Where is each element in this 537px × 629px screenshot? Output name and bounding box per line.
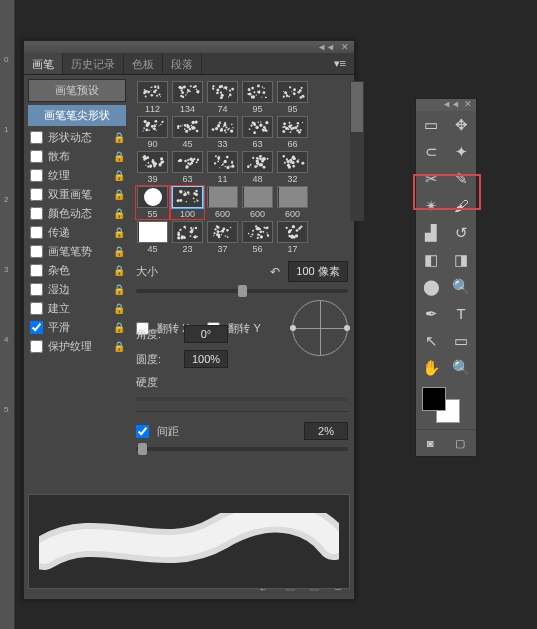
brush-option-2[interactable]: 纹理🔒 — [28, 166, 126, 185]
brush-option-3[interactable]: 双重画笔🔒 — [28, 185, 126, 204]
brush-thumb[interactable]: 48 — [241, 151, 274, 184]
brush-thumb[interactable]: 66 — [276, 116, 309, 149]
thumbs-scrollbar[interactable] — [350, 81, 364, 221]
eraser-tool-icon[interactable]: ◧ — [416, 246, 446, 273]
blur-tool-icon[interactable]: ⬤ — [416, 273, 446, 300]
option-checkbox[interactable] — [30, 226, 43, 239]
tab-history[interactable]: 历史记录 — [63, 53, 124, 74]
panel-menu-icon[interactable]: ▾≡ — [326, 53, 354, 74]
move-tool-icon[interactable]: ✥ — [446, 111, 476, 138]
brush-thumb[interactable]: 56 — [241, 221, 274, 254]
brush-option-5[interactable]: 传递🔒 — [28, 223, 126, 242]
dodge-tool-icon[interactable]: 🔍 — [446, 273, 476, 300]
brush-option-9[interactable]: 建立🔒 — [28, 299, 126, 318]
brush-thumb[interactable]: 33 — [206, 116, 239, 149]
lock-icon[interactable]: 🔒 — [113, 341, 125, 352]
brush-thumb[interactable]: 17 — [276, 221, 309, 254]
option-checkbox[interactable] — [30, 340, 43, 353]
brush-thumb[interactable]: 600 — [206, 186, 239, 219]
foreground-color[interactable] — [422, 387, 446, 411]
option-checkbox[interactable] — [30, 283, 43, 296]
brush-thumb[interactable]: 600 — [241, 186, 274, 219]
reset-size-icon[interactable]: ↶ — [270, 265, 280, 279]
roundness-input[interactable]: 100% — [184, 350, 228, 368]
brush-thumb[interactable]: 45 — [171, 116, 204, 149]
type-tool-icon[interactable]: T — [446, 300, 476, 327]
brush-thumb[interactable]: 45 — [136, 221, 169, 254]
brush-thumb[interactable]: 11 — [206, 151, 239, 184]
angle-widget[interactable] — [292, 300, 348, 356]
lock-icon[interactable]: 🔒 — [113, 265, 125, 276]
option-checkbox[interactable] — [30, 150, 43, 163]
lock-icon[interactable]: 🔒 — [113, 189, 125, 200]
shape-tool-icon[interactable]: ▭ — [446, 327, 476, 354]
option-checkbox[interactable] — [30, 321, 43, 334]
lock-icon[interactable]: 🔒 — [113, 208, 125, 219]
option-checkbox[interactable] — [30, 169, 43, 182]
tab-brush[interactable]: 画笔 — [24, 53, 63, 74]
brush-option-7[interactable]: 杂色🔒 — [28, 261, 126, 280]
brush-thumb[interactable]: 95 — [241, 81, 274, 114]
hand-tool-icon[interactable]: ✋ — [416, 354, 446, 381]
spacing-slider[interactable] — [136, 447, 348, 451]
brush-thumb[interactable]: 63 — [171, 151, 204, 184]
brush-thumb[interactable]: 63 — [241, 116, 274, 149]
tab-paragraph[interactable]: 段落 — [163, 53, 202, 74]
brush-thumb[interactable]: 39 — [136, 151, 169, 184]
path-select-tool-icon[interactable]: ↖ — [416, 327, 446, 354]
lock-icon[interactable]: 🔒 — [113, 132, 125, 143]
color-swatches[interactable] — [420, 385, 472, 425]
lasso-tool-icon[interactable]: ⊂ — [416, 138, 446, 165]
brush-option-1[interactable]: 散布🔒 — [28, 147, 126, 166]
brush-thumb[interactable]: 55 — [136, 186, 169, 219]
tools-close-icon[interactable]: ✕ — [464, 99, 472, 111]
brush-option-10[interactable]: 平滑🔒 — [28, 318, 126, 337]
lock-icon[interactable]: 🔒 — [113, 322, 125, 333]
lock-icon[interactable]: 🔒 — [113, 284, 125, 295]
brush-thumb[interactable]: 90 — [136, 116, 169, 149]
zoom-tool-icon[interactable]: 🔍 — [446, 354, 476, 381]
brush-option-11[interactable]: 保护纹理🔒 — [28, 337, 126, 356]
quickmask-icon[interactable]: ◙ — [427, 437, 434, 449]
lock-icon[interactable]: 🔒 — [113, 303, 125, 314]
brush-tip-shape-button[interactable]: 画笔笔尖形状 — [28, 105, 126, 126]
option-checkbox[interactable] — [30, 207, 43, 220]
size-input[interactable]: 100 像素 — [288, 261, 348, 282]
brush-thumb[interactable]: 74 — [206, 81, 239, 114]
option-checkbox[interactable] — [30, 131, 43, 144]
option-checkbox[interactable] — [30, 188, 43, 201]
option-checkbox[interactable] — [30, 264, 43, 277]
close-icon[interactable]: ✕ — [341, 42, 349, 52]
brush-thumb[interactable]: 32 — [276, 151, 309, 184]
brush-option-4[interactable]: 颜色动态🔒 — [28, 204, 126, 223]
lock-icon[interactable]: 🔒 — [113, 246, 125, 257]
screenmode-icon[interactable]: ▢ — [455, 437, 465, 450]
spacing-checkbox[interactable] — [136, 425, 149, 438]
tab-swatches[interactable]: 色板 — [124, 53, 163, 74]
brush-option-6[interactable]: 画笔笔势🔒 — [28, 242, 126, 261]
marquee-tool-icon[interactable]: ▭ — [416, 111, 446, 138]
lock-icon[interactable]: 🔒 — [113, 151, 125, 162]
brush-option-8[interactable]: 湿边🔒 — [28, 280, 126, 299]
lock-icon[interactable]: 🔒 — [113, 170, 125, 181]
brush-thumb[interactable]: 23 — [171, 221, 204, 254]
pen-tool-icon[interactable]: ✒ — [416, 300, 446, 327]
brush-thumb[interactable]: 37 — [206, 221, 239, 254]
spacing-input[interactable]: 2% — [304, 422, 348, 440]
gradient-tool-icon[interactable]: ◨ — [446, 246, 476, 273]
lock-icon[interactable]: 🔒 — [113, 227, 125, 238]
magic-wand-tool-icon[interactable]: ✦ — [446, 138, 476, 165]
brush-thumb[interactable]: 134 — [171, 81, 204, 114]
brush-thumb[interactable]: 100 — [171, 186, 204, 219]
option-checkbox[interactable] — [30, 245, 43, 258]
brush-thumb[interactable]: 112 — [136, 81, 169, 114]
brush-option-0[interactable]: 形状动态🔒 — [28, 128, 126, 147]
stamp-tool-icon[interactable]: ▟ — [416, 219, 446, 246]
option-checkbox[interactable] — [30, 302, 43, 315]
brush-thumb[interactable]: 600 — [276, 186, 309, 219]
history-brush-tool-icon[interactable]: ↺ — [446, 219, 476, 246]
collapse-icon[interactable]: ◄◄ — [317, 42, 335, 52]
brush-presets-button[interactable]: 画笔预设 — [28, 79, 126, 102]
angle-input[interactable]: 0° — [184, 325, 228, 343]
size-slider[interactable] — [136, 289, 348, 293]
